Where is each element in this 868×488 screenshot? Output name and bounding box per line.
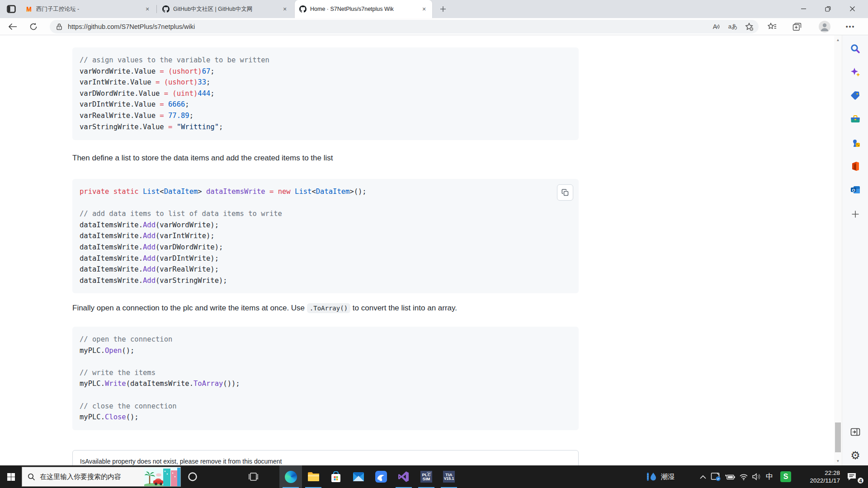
refresh-icon [29,23,38,31]
address-bar[interactable]: https://github.com/S7NetPlus/s7netplus/w… [50,20,759,33]
translate-button[interactable]: aあ [726,21,740,33]
person-icon [819,21,830,33]
notification-count-badge: 4 [857,477,864,484]
minimize-icon [801,6,807,12]
sogou-icon: S [780,471,791,482]
tia-label-line2: V15.1 [444,477,454,481]
edge-icon [285,471,297,483]
tray-volume[interactable] [750,465,764,488]
new-tab-button[interactable] [437,3,449,15]
paragraph-open-connection: Finally open a connection to the plc and… [72,304,579,313]
mail-icon [353,472,364,482]
paragraph-text: to convert the list into an array. [350,304,457,312]
taskbar-search-box[interactable]: 在这里输入你要搜索的内容 [22,467,181,487]
tab-close-icon[interactable]: ✕ [420,5,428,13]
tray-ime-indicator[interactable]: 中 [763,465,776,488]
scrollbar-thumb[interactable] [835,422,841,452]
tia-portal-icon: TIA V15.1 [443,471,455,483]
code-block-list-add: private static List<DataItem> dataItemsW… [72,179,579,293]
browser-viewport: // asign values to the variable to be wr… [0,35,868,465]
date-label: 2022/11/17 [810,477,840,484]
search-highlight-illustration[interactable] [144,468,180,487]
sidebar-games-button[interactable] [848,136,863,150]
tray-battery[interactable] [722,465,737,488]
file-explorer-icon [307,472,320,482]
task-view-icon [249,473,258,481]
note-box: IsAvailable property does not exist, ple… [72,450,579,465]
sidebar-customize-button[interactable] [848,207,863,221]
tab-s7netplus-wiki-active[interactable]: Home · S7NetPlus/s7netplus Wik ✕ [295,0,432,18]
taskbar-app-tia-portal[interactable]: TIA V15.1 [438,465,460,488]
tray-clock[interactable]: 22:28 2022/11/17 [810,465,840,488]
taskbar-app-xunlei[interactable] [370,465,392,488]
github-favicon [162,5,170,13]
tab-siemens-forum[interactable]: M 西门子工控论坛 - ✕ [21,0,156,18]
plcsim-adv-label: ADV [427,471,431,474]
action-center-button[interactable]: 4 [842,465,862,488]
taskbar-app-edge[interactable] [279,465,302,488]
sidebar-discover-copilot-button[interactable] [848,65,863,80]
price-tag-icon [850,90,861,101]
copy-icon [561,189,569,196]
tab-close-icon[interactable]: ✕ [281,5,288,13]
taskbar-app-store[interactable] [325,465,347,488]
search-icon [28,473,35,481]
copy-code-button[interactable] [557,184,573,201]
cortana-icon [188,472,198,482]
taskbar-app-visual-studio[interactable] [392,465,415,488]
sidebar-open-panel-button[interactable] [848,425,863,439]
sidebar-settings-button[interactable]: ⚙ [848,448,863,463]
code-block-assign-values: // asign values to the variable to be wr… [72,47,579,140]
sidebar-shopping-button[interactable] [848,89,863,103]
cortana-button[interactable] [183,465,203,488]
sidebar-tools-button[interactable] [848,112,863,127]
ime-zh-label: 中 [766,472,773,482]
refresh-button[interactable] [26,19,41,34]
favorites-star-icon [768,23,777,31]
paragraph-define-list: Then define a list to store the data ite… [72,154,579,163]
sidebar-office-button[interactable] [848,159,863,174]
plcsim-label-line2: SIM [423,477,430,481]
restore-icon [825,6,831,12]
add-favorite-button[interactable] [742,21,756,33]
window-restore-button[interactable] [817,0,838,18]
taskbar-app-mail[interactable] [347,465,370,488]
tray-show-hidden-icons[interactable] [696,465,710,488]
url-text[interactable]: https://github.com/S7NetPlus/s7netplus/w… [68,23,710,30]
search-placeholder: 在这里输入你要搜索的内容 [40,473,121,481]
tray-wifi[interactable] [737,465,750,488]
collections-icon [793,23,802,31]
window-minimize-button[interactable] [793,0,814,18]
favorites-hub-button[interactable] [765,20,779,33]
taskbar-app-file-explorer[interactable] [302,465,325,488]
profile-button[interactable] [818,20,831,33]
sidebar-outlook-button[interactable]: O [848,183,863,197]
page-scrollbar[interactable]: ▲ ▼ [834,35,842,465]
task-view-button[interactable] [243,465,263,488]
weather-widget[interactable]: 潮湿 [646,465,693,488]
window-close-button[interactable] [842,0,863,18]
scroll-up-arrow[interactable]: ▲ [834,36,842,43]
lock-icon [56,23,62,30]
svg-text:O: O [852,188,855,192]
humidity-weather-icon [646,471,657,483]
sidebar-search-button[interactable] [848,42,863,56]
code-text: // asign values to the variable to be wr… [72,47,579,140]
settings-more-button[interactable]: ••• [844,20,857,33]
plus-icon [851,210,859,218]
read-aloud-button[interactable]: A [710,21,723,33]
battery-charging-icon [724,474,735,480]
scroll-down-arrow[interactable]: ▼ [834,457,842,465]
start-button[interactable] [0,465,22,488]
search-icon [850,43,861,54]
tab-github-cn[interactable]: GitHub中文社区 | GitHub中文网 ✕ [158,0,293,18]
tray-ink-workspace[interactable] [709,465,722,488]
tray-sogou-input[interactable]: S [778,465,793,488]
collections-button[interactable] [790,20,804,33]
tab-close-icon[interactable]: ✕ [144,5,151,13]
sound-waves-icon [717,24,720,29]
edge-sidebar: O ⚙ [842,35,868,465]
tab-actions-menu-button[interactable] [5,3,18,15]
taskbar-app-plcsim[interactable]: ADV PLC SIM [415,465,438,488]
back-button[interactable] [5,19,20,34]
